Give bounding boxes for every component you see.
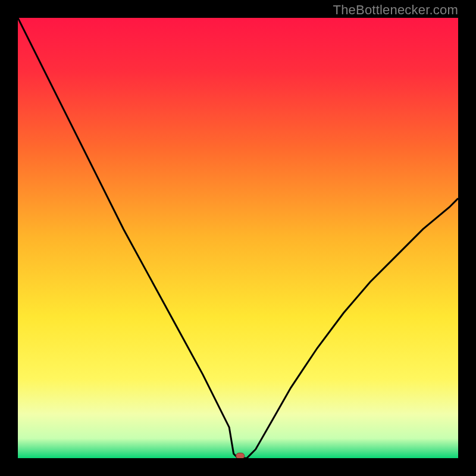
plot-area	[18, 18, 458, 458]
gradient-background	[18, 18, 458, 458]
optimal-point-marker	[236, 453, 245, 458]
chart-frame: TheBottlenecker.com	[0, 0, 476, 476]
watermark-text: TheBottlenecker.com	[333, 2, 458, 18]
chart-svg	[18, 18, 458, 458]
